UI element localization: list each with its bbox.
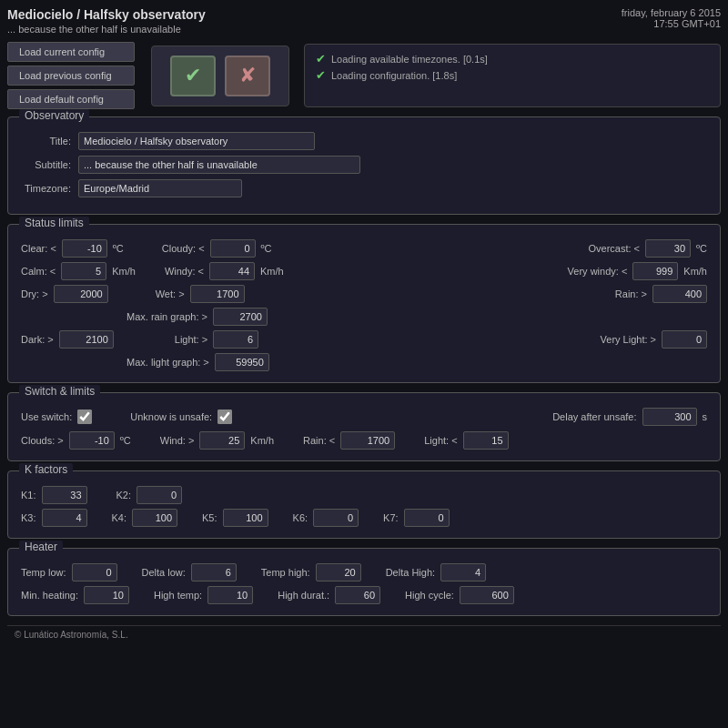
vwindy-label: Very windy: <: [568, 266, 628, 277]
subtitle-row: Subtitle:: [21, 156, 707, 174]
load-default-btn[interactable]: Load default config: [7, 89, 135, 109]
k3-label: K3:: [21, 512, 36, 523]
subtitle-input[interactable]: [78, 156, 360, 174]
confirm-button[interactable]: ✔: [170, 56, 216, 96]
cloudy-input[interactable]: [210, 239, 256, 258]
row-moisture: Dry: > Wet: > Rain: >: [21, 285, 707, 303]
max-light-label: Max. light graph: >: [126, 357, 209, 368]
dry-input[interactable]: [54, 285, 108, 303]
clear-unit: ºC: [113, 243, 124, 254]
vwindy-input[interactable]: [632, 262, 678, 280]
log-text-2: Loading configuration. [1.8s]: [331, 70, 457, 81]
sw-light-label: Light: <: [424, 435, 457, 446]
subtitle-label: Subtitle:: [21, 159, 71, 170]
k3-input[interactable]: [42, 509, 87, 527]
k7-input[interactable]: [404, 509, 450, 527]
datetime: friday, february 6 2015 17:55 GMT+01: [622, 7, 721, 29]
k-factors-title: K factors: [19, 463, 73, 476]
k6-label: K6:: [293, 512, 308, 523]
k4-input[interactable]: [132, 509, 177, 527]
load-previous-btn[interactable]: Load previous config: [7, 66, 135, 86]
light-input[interactable]: [213, 330, 258, 349]
log-line-2: ✔ Loading configuration. [1.8s]: [316, 68, 709, 82]
switch-limits-title: Switch & limits: [19, 385, 100, 398]
wet-input[interactable]: [190, 285, 245, 303]
row-light: Dark: > Light: > Very Light: >: [21, 330, 707, 349]
log-check-icon-2: ✔: [316, 68, 326, 82]
sw-wind-input[interactable]: [199, 431, 245, 450]
top-bar: Load current config Load previous config…: [7, 42, 721, 109]
action-buttons: ✔ ✘: [151, 46, 289, 106]
status-limits-title: Status limits: [19, 217, 89, 229]
footer: © Lunático Astronomía, S.L.: [7, 625, 721, 643]
k5-input[interactable]: [223, 509, 268, 527]
row-wind: Calm: < Km/h Windy: < Km/h Very windy: <…: [21, 262, 707, 280]
min-heating-input[interactable]: [84, 586, 129, 604]
row-max-rain: Max. rain graph: >: [21, 308, 707, 326]
max-rain-label: Max. rain graph: >: [126, 311, 207, 322]
overcast-input[interactable]: [645, 239, 691, 258]
sw-clouds-input[interactable]: [69, 431, 115, 450]
high-cycle-input[interactable]: [460, 586, 514, 604]
k6-input[interactable]: [313, 509, 359, 527]
timezone-label: Timezone:: [21, 183, 71, 194]
sw-rain-label: Rain: <: [303, 435, 335, 446]
high-durat-label: High durat.:: [278, 590, 329, 601]
timezone-row: Timezone:: [21, 179, 707, 197]
sw-clouds-unit: ºC: [120, 435, 131, 446]
k-row2: K3: K4: K5: K6: K7:: [21, 509, 707, 527]
load-current-btn[interactable]: Load current config: [7, 42, 135, 62]
k1-label: K1:: [21, 490, 36, 500]
clear-label: Clear: <: [21, 243, 56, 254]
dark-label: Dark: >: [21, 334, 54, 345]
temp-low-label: Temp low:: [21, 567, 66, 578]
high-durat-input[interactable]: [335, 586, 380, 604]
header: Mediocielo / Halfsky observatory ... bec…: [7, 7, 721, 35]
clear-input[interactable]: [62, 239, 107, 258]
app-subtitle: ... because the other half is unavailabl…: [7, 24, 206, 35]
windy-label: Windy: <: [165, 266, 204, 277]
dark-input[interactable]: [59, 330, 114, 349]
log-line-1: ✔ Loading available timezones. [0.1s]: [316, 52, 709, 66]
max-rain-input[interactable]: [213, 308, 268, 326]
calm-input[interactable]: [61, 262, 106, 280]
heater-row1: Temp low: Delta low: Temp high: Delta Hi…: [21, 563, 707, 581]
temp-high-input[interactable]: [316, 563, 361, 581]
delay-label: Delay after unsafe:: [552, 411, 636, 422]
delta-low-input[interactable]: [191, 563, 237, 581]
max-light-input[interactable]: [215, 353, 269, 371]
sw-rain-input[interactable]: [340, 431, 395, 450]
vlight-input[interactable]: [662, 330, 707, 349]
row-max-light: Max. light graph: >: [21, 353, 707, 371]
temp-low-input[interactable]: [72, 563, 117, 581]
unknown-unsafe-checkbox[interactable]: [217, 410, 232, 424]
heater-section-title: Heater: [19, 541, 63, 553]
timezone-input[interactable]: [78, 179, 242, 197]
overcast-label: Overcast: <: [588, 243, 640, 254]
delta-high-input[interactable]: [440, 563, 486, 581]
rain-label: Rain: >: [615, 288, 647, 299]
light-label: Light: >: [175, 334, 207, 345]
sw-wind-unit: Km/h: [250, 435, 274, 446]
windy-input[interactable]: [209, 262, 255, 280]
k2-input[interactable]: [136, 486, 182, 504]
high-temp-input[interactable]: [207, 586, 253, 604]
rain-input[interactable]: [652, 285, 707, 303]
use-switch-checkbox[interactable]: [77, 410, 92, 424]
log-check-icon-1: ✔: [316, 52, 326, 66]
sw-light-input[interactable]: [463, 431, 509, 450]
high-temp-label: High temp:: [154, 590, 202, 601]
k1-input[interactable]: [42, 486, 87, 504]
calm-label: Calm: <: [21, 266, 56, 277]
dry-label: Dry: >: [21, 288, 48, 299]
k7-label: K7:: [383, 512, 399, 523]
unknown-unsafe-label: Unknow is unsafe:: [130, 411, 212, 422]
k-factors-section: K factors K1: K2: K3: K4: K5: K6: K7:: [7, 470, 721, 539]
title-label: Title:: [21, 136, 71, 147]
vlight-label: Very Light: >: [601, 334, 656, 345]
wet-label: Wet: >: [156, 288, 185, 299]
cancel-button[interactable]: ✘: [225, 56, 270, 96]
time-display: 17:55 GMT+01: [622, 18, 721, 29]
delay-input[interactable]: [642, 408, 697, 426]
title-input[interactable]: [78, 132, 315, 150]
